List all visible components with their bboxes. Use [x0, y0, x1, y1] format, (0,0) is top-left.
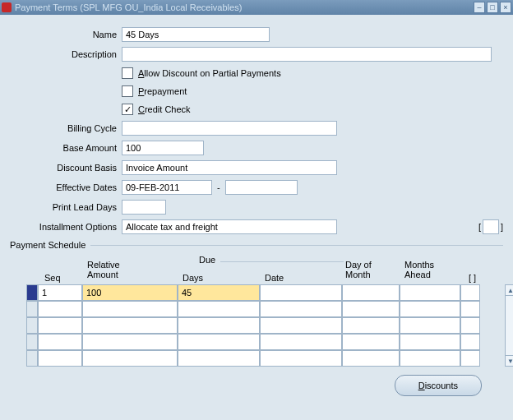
prepayment-checkbox[interactable]: Prepayment: [122, 84, 503, 99]
payment-schedule-heading: Payment Schedule: [10, 240, 86, 250]
cell-days[interactable]: 45: [178, 284, 260, 301]
name-label: Name: [10, 30, 122, 39]
row-selector[interactable]: [26, 334, 38, 350]
effective-dates-label: Effective Dates: [10, 182, 122, 192]
cell-date[interactable]: [260, 284, 342, 301]
row-selector[interactable]: [26, 350, 38, 367]
cell-days[interactable]: [178, 301, 260, 317]
close-button[interactable]: ×: [500, 2, 511, 13]
table-row[interactable]: [26, 334, 503, 350]
base-amount-label: Base Amount: [10, 143, 122, 153]
description-label: Description: [10, 49, 122, 59]
discounts-button-label: Discounts: [418, 381, 458, 390]
cell-days[interactable]: [178, 350, 260, 367]
cell-months-ahead[interactable]: [400, 334, 460, 350]
oracle-logo-icon: [2, 2, 12, 12]
cell-seq[interactable]: [38, 350, 82, 367]
col-flex: [ ]: [469, 273, 476, 283]
cell-relative-amount[interactable]: 100: [82, 284, 178, 301]
discount-basis-label: Discount Basis: [10, 163, 122, 173]
cell-months-ahead[interactable]: [400, 301, 460, 317]
divider: [90, 245, 503, 246]
divider: [220, 261, 344, 262]
scrollbar[interactable]: ▲ ▼: [505, 284, 513, 367]
table-row[interactable]: [26, 350, 503, 367]
titlebar[interactable]: Payment Terms (SPL MFG OU_India Local Re…: [0, 0, 513, 15]
effective-from-field[interactable]: [122, 180, 212, 195]
discounts-button[interactable]: Discounts: [395, 375, 482, 396]
cell-date[interactable]: [260, 317, 342, 334]
description-field[interactable]: [122, 47, 492, 62]
cell-date[interactable]: [260, 350, 342, 367]
cell-day-of-month[interactable]: [342, 350, 400, 367]
col-days: Days: [183, 273, 203, 283]
form-content: Name Description Allow Discount on Parti…: [0, 15, 513, 403]
base-amount-field[interactable]: [122, 141, 204, 155]
cell-seq[interactable]: [38, 317, 82, 334]
cell-flex[interactable]: [460, 334, 480, 350]
installment-options-field[interactable]: [122, 219, 337, 234]
allow-discount-label: Allow Discount on Partial Payments: [138, 68, 281, 78]
effective-to-field[interactable]: [225, 180, 298, 195]
discount-basis-field[interactable]: [122, 160, 337, 175]
col-day-of-month: Day of Month: [345, 260, 372, 283]
name-field[interactable]: [122, 27, 270, 42]
cell-days[interactable]: [178, 334, 260, 350]
cell-day-of-month[interactable]: [342, 334, 400, 350]
prepayment-label: Prepayment: [138, 86, 187, 96]
scroll-up-icon[interactable]: ▲: [505, 284, 513, 296]
billing-cycle-label: Billing Cycle: [10, 123, 122, 133]
cell-flex[interactable]: [460, 301, 480, 317]
col-relative-amount: Relative Amount: [87, 260, 120, 283]
cell-day-of-month[interactable]: [342, 301, 400, 317]
checkbox-icon: [122, 67, 133, 79]
billing-cycle-field[interactable]: [122, 121, 337, 136]
cell-days[interactable]: [178, 317, 260, 334]
cell-relative-amount[interactable]: [82, 350, 178, 367]
checkbox-checked-icon: [122, 104, 133, 115]
cell-months-ahead[interactable]: [400, 317, 460, 334]
scroll-down-icon[interactable]: ▼: [505, 355, 513, 367]
allow-discount-checkbox[interactable]: Allow Discount on Partial Payments: [122, 66, 503, 81]
col-seq: Seq: [44, 273, 61, 283]
cell-seq[interactable]: [38, 301, 82, 317]
table-row[interactable]: 110045: [26, 284, 503, 301]
row-selector[interactable]: [26, 301, 38, 317]
cell-flex[interactable]: [460, 284, 480, 301]
cell-relative-amount[interactable]: [82, 334, 178, 350]
checkbox-icon: [122, 85, 133, 97]
cell-flex[interactable]: [460, 350, 480, 367]
cell-day-of-month[interactable]: [342, 317, 400, 334]
window-title: Payment Terms (SPL MFG OU_India Local Re…: [15, 2, 474, 12]
date-separator: -: [212, 182, 225, 192]
cell-relative-amount[interactable]: [82, 317, 178, 334]
col-due: Due: [199, 255, 215, 265]
cell-months-ahead[interactable]: [400, 350, 460, 367]
print-lead-days-field[interactable]: [122, 200, 166, 215]
cell-months-ahead[interactable]: [400, 284, 460, 301]
table-row[interactable]: [26, 317, 503, 334]
minimize-button[interactable]: –: [474, 2, 485, 13]
cell-day-of-month[interactable]: [342, 284, 400, 301]
installment-options-label: Installment Options: [10, 222, 122, 232]
cell-flex[interactable]: [460, 317, 480, 334]
print-lead-days-label: Print Lead Days: [10, 202, 122, 212]
credit-check-label: Credit Check: [138, 104, 191, 114]
cell-seq[interactable]: [38, 334, 82, 350]
cell-relative-amount[interactable]: [82, 301, 178, 317]
cell-date[interactable]: [260, 301, 342, 317]
scroll-track[interactable]: [505, 296, 513, 355]
flexfield-indicator[interactable]: []: [478, 219, 503, 234]
col-date: Date: [265, 273, 284, 283]
row-selector[interactable]: [26, 284, 38, 301]
cell-date[interactable]: [260, 334, 342, 350]
payment-schedule-grid: Seq Relative Amount Due Days Date Day of…: [26, 255, 503, 367]
table-row[interactable]: [26, 301, 503, 317]
maximize-button[interactable]: □: [487, 2, 498, 13]
col-months-ahead: Months Ahead: [404, 260, 434, 283]
credit-check-checkbox[interactable]: Credit Check: [122, 102, 503, 117]
cell-seq[interactable]: 1: [38, 284, 82, 301]
row-selector[interactable]: [26, 317, 38, 334]
payment-terms-window: Payment Terms (SPL MFG OU_India Local Re…: [0, 0, 513, 420]
